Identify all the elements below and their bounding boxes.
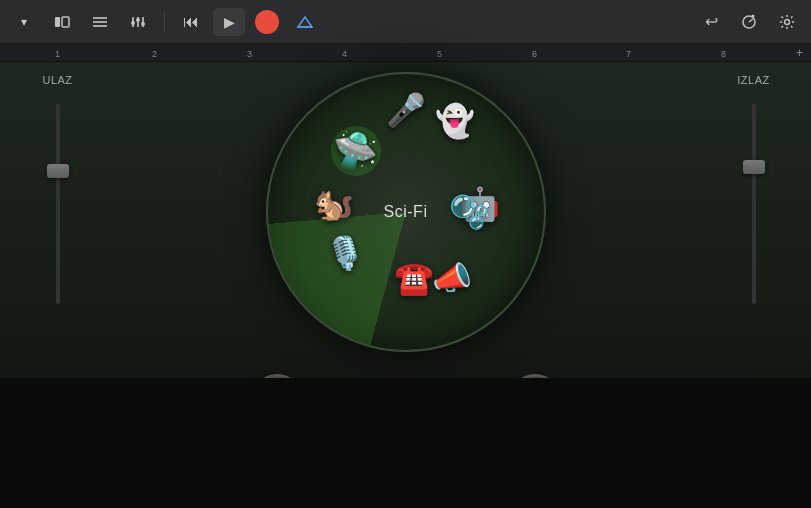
mic2-icon[interactable]: 🎙️ bbox=[325, 234, 365, 272]
input-label: ULAZ bbox=[42, 74, 72, 86]
ruler-mark-5: 5 bbox=[437, 49, 442, 59]
loop-region-btn[interactable] bbox=[46, 8, 78, 36]
ruler-mark-3: 3 bbox=[247, 49, 252, 59]
svg-point-15 bbox=[785, 19, 790, 24]
svg-rect-0 bbox=[55, 17, 60, 27]
svg-point-9 bbox=[136, 18, 140, 22]
track-list-btn[interactable] bbox=[84, 8, 116, 36]
telephone-icon[interactable]: ☎️ bbox=[394, 259, 434, 297]
output-fader-thumb[interactable] bbox=[743, 160, 765, 174]
megaphone-icon[interactable]: 📣 bbox=[432, 259, 472, 297]
squirrel-icon[interactable]: 🐿️ bbox=[314, 185, 354, 223]
add-track-ruler-btn[interactable]: + bbox=[796, 46, 803, 60]
svg-point-14 bbox=[752, 14, 755, 17]
ruler-mark-2: 2 bbox=[152, 49, 157, 59]
wheel-center-label: Sci-Fi bbox=[384, 203, 428, 221]
dropdown-btn[interactable]: ▾ bbox=[8, 8, 40, 36]
play-btn[interactable]: ▶ bbox=[213, 8, 245, 36]
ufo-icon[interactable]: 🛸 bbox=[333, 130, 378, 172]
ghost-icon[interactable]: 👻 bbox=[435, 102, 475, 140]
undo-btn[interactable]: ↩ bbox=[695, 8, 727, 36]
ruler-mark-7: 7 bbox=[626, 49, 631, 59]
tempo-btn[interactable] bbox=[733, 8, 765, 36]
svg-rect-1 bbox=[62, 17, 69, 27]
smart-controls-btn[interactable] bbox=[289, 8, 321, 36]
output-label: IZLAZ bbox=[737, 74, 769, 86]
input-fader-thumb[interactable] bbox=[47, 164, 69, 178]
rewind-btn[interactable]: ⏮ bbox=[175, 8, 207, 36]
ruler-mark-4: 4 bbox=[342, 49, 347, 59]
output-fader-track bbox=[752, 104, 756, 304]
svg-point-8 bbox=[131, 21, 135, 25]
timeline-ruler[interactable]: 1 2 3 4 5 6 7 8 + bbox=[0, 44, 811, 62]
ruler-mark-8: 8 bbox=[721, 49, 726, 59]
ruler-mark-1: 1 bbox=[55, 49, 60, 59]
separator-1 bbox=[164, 12, 165, 32]
settings-btn[interactable] bbox=[771, 8, 803, 36]
svg-marker-11 bbox=[298, 17, 312, 27]
mixer-btn[interactable] bbox=[122, 8, 154, 36]
record-btn[interactable] bbox=[255, 10, 279, 34]
bubbles-icon[interactable]: 🫧 bbox=[449, 193, 489, 231]
toolbar: ▾ ⏮ ▶ bbox=[0, 0, 811, 44]
bottom-black-area bbox=[0, 378, 811, 508]
ruler-mark-6: 6 bbox=[532, 49, 537, 59]
microphone-icon[interactable]: 🎤 bbox=[386, 91, 426, 129]
input-fader-track bbox=[56, 104, 60, 304]
svg-point-10 bbox=[141, 22, 145, 26]
voice-wheel[interactable]: 🎤 👻 🤖 ☎️ 📣 🛸 🫧 🐿️ 🎙️ Sci-Fi bbox=[266, 72, 546, 352]
